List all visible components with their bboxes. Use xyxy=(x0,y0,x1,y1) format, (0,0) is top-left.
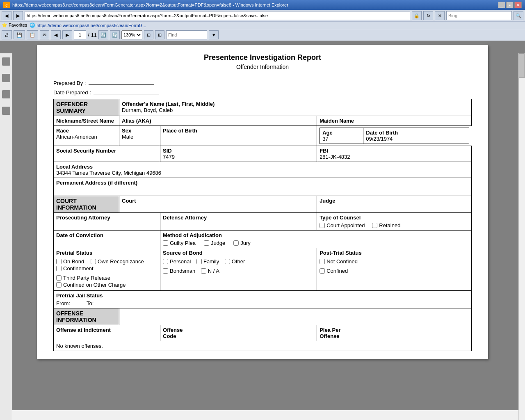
no-offenses-row: No known offenses. xyxy=(54,341,472,351)
alias-label: Alias (AKA) xyxy=(122,118,314,124)
refresh-button[interactable]: ↻ xyxy=(423,11,433,20)
sex-value: Male xyxy=(122,134,158,140)
permanent-address-cell: Permanent Address (if different) xyxy=(54,178,472,196)
source-row2: Bondsman N / A xyxy=(163,268,314,275)
alias-cell: Alias (AKA) xyxy=(119,116,317,126)
confined-other-checkbox[interactable] xyxy=(56,282,62,288)
fav1-label: https://demo.webcompas8.net/compas8clean… xyxy=(37,23,146,28)
sidebar-icon-4[interactable] xyxy=(2,107,10,115)
sidebar-left xyxy=(0,53,12,410)
report-title: Presentence Investigation Report xyxy=(53,53,472,62)
retained-checkbox[interactable] xyxy=(372,223,377,228)
other-checkbox[interactable] xyxy=(225,259,230,264)
search-button[interactable]: 🔍 xyxy=(514,11,523,20)
save-button[interactable]: 💾 xyxy=(14,30,25,39)
print-button[interactable]: 🖨 xyxy=(2,30,12,39)
lock-icon: 🔒 xyxy=(412,11,422,20)
next-page-button[interactable]: ▶ xyxy=(62,30,72,39)
maiden-label: Maiden Name xyxy=(320,118,469,124)
post-trial-row1: Not Confined xyxy=(320,258,469,265)
search-input[interactable] xyxy=(446,11,512,20)
sidebar-icon-1[interactable] xyxy=(2,57,10,66)
guilty-plea-checkbox[interactable] xyxy=(163,240,168,246)
sidebar-icon-3[interactable] xyxy=(2,90,10,98)
ssn-label: Social Security Number xyxy=(56,148,158,154)
stop-button[interactable]: ✕ xyxy=(435,11,445,20)
source-row1: Personal Family Other xyxy=(163,258,314,265)
confined-checkbox[interactable] xyxy=(320,268,325,274)
zoom-out-button[interactable]: 🔄 xyxy=(98,30,108,39)
pretrial-status-cell: Pretrial Status On Bond Own Recognizance xyxy=(54,248,160,291)
na-checkbox[interactable] xyxy=(201,268,206,274)
guilty-plea-option: Guilty Plea xyxy=(163,240,196,246)
jail-from-to: From: To: xyxy=(56,300,469,306)
adjudication-label: Method of Adjudication xyxy=(163,232,469,238)
age-cell: Age 37 xyxy=(320,128,363,144)
toolbar-row: 🖨 💾 📋 ✉ ◀ ▶ / 11 🔄 🔄 130% ⊡ ⊞ ▼ xyxy=(0,29,525,41)
family-checkbox[interactable] xyxy=(196,259,202,264)
offense-info-row: OFFENSE INFORMATION xyxy=(54,308,472,325)
no-offenses-value: No known offenses. xyxy=(56,343,103,349)
jail-status-row: Pretrial Jail Status From: To: xyxy=(54,291,472,308)
date-prepared-field[interactable] xyxy=(94,88,159,94)
ssn-cell: Social Security Number xyxy=(54,146,160,162)
page-input[interactable] xyxy=(74,30,86,39)
personal-checkbox[interactable] xyxy=(163,259,168,264)
age-dob-row: Age 37 Date of Birth 09/23/1974 xyxy=(320,128,469,144)
own-recognizance-checkbox[interactable] xyxy=(91,259,96,264)
find-input[interactable] xyxy=(166,30,207,39)
nickname-cell: Nickname/Street Name xyxy=(54,116,119,126)
confinement-label: Confinement xyxy=(63,265,94,272)
court-label: Court xyxy=(122,198,314,204)
offense-header-row: Offense at Indictment Offense Code Plea … xyxy=(54,325,472,341)
prev-page-button[interactable]: ◀ xyxy=(51,30,61,39)
minimize-button[interactable]: _ xyxy=(498,2,505,8)
bondsman-checkbox[interactable] xyxy=(163,268,168,274)
offense-info-header: OFFENSE INFORMATION xyxy=(54,308,119,325)
family-label: Family xyxy=(203,258,219,265)
not-confined-checkbox[interactable] xyxy=(320,259,325,264)
adjudication-cell: Method of Adjudication Guilty Plea Judge xyxy=(160,231,472,248)
post-trial-row2: Confined xyxy=(320,268,469,275)
court-appointed-checkbox[interactable] xyxy=(320,223,325,228)
sidebar-icon-2[interactable] xyxy=(2,74,10,82)
address-bar[interactable] xyxy=(25,11,410,20)
third-party-checkbox[interactable] xyxy=(56,275,62,281)
window-title: https://demo.webcompas8.net/compas8clean… xyxy=(12,2,288,7)
find-dropdown[interactable]: ▼ xyxy=(209,30,219,39)
counsel-cell: Type of Counsel Court Appointed Retained xyxy=(317,213,472,231)
confined-label: Confined xyxy=(326,268,348,274)
copy-button[interactable]: 📋 xyxy=(27,30,38,39)
email-button[interactable]: ✉ xyxy=(40,30,49,39)
fav1-link[interactable]: 🌐 https://demo.webcompas8.net/compas8cle… xyxy=(30,23,146,28)
jury-checkbox[interactable] xyxy=(233,240,239,246)
forward-button[interactable]: ▶ xyxy=(13,11,23,20)
judge-option: Judge xyxy=(204,240,225,246)
source-bond-cell: Source of Bond Personal Family xyxy=(160,248,317,291)
fit-button[interactable]: ⊡ xyxy=(144,30,153,39)
offense-indictment-label-cell: Offense at Indictment xyxy=(54,325,160,341)
on-bond-checkbox[interactable] xyxy=(56,259,62,264)
restore-button[interactable]: ▪ xyxy=(506,2,514,8)
close-button[interactable]: ✕ xyxy=(514,2,522,8)
actual-size-button[interactable]: ⊞ xyxy=(155,30,164,39)
pretrial-row2: Third Party Release Confined on Other Ch… xyxy=(56,275,158,289)
attorney-row: Prosecuting Attorney Defense Attorney Ty… xyxy=(54,213,472,231)
zoom-select[interactable]: 130% xyxy=(121,30,142,39)
judge-adj-checkbox[interactable] xyxy=(204,240,209,246)
fav1-icon: 🌐 xyxy=(30,23,35,28)
local-address-value: 34344 Tames Traverse City, Michigan 4968… xyxy=(56,170,469,176)
plea-per-offense-label: Plea Per Offense xyxy=(320,327,469,339)
offender-name-label: Offender's Name (Last, First, Middle) xyxy=(122,101,469,107)
jury-option: Jury xyxy=(233,240,251,246)
confinement-checkbox[interactable] xyxy=(56,266,62,271)
scrollbar-thumb[interactable] xyxy=(519,53,525,78)
prepared-by-field[interactable] xyxy=(89,78,154,85)
window-controls[interactable]: _ ▪ ✕ xyxy=(498,2,522,8)
back-button[interactable]: ◀ xyxy=(2,11,11,20)
bondsman-option: Bondsman xyxy=(163,268,195,274)
scrollbar-track[interactable] xyxy=(518,53,525,410)
zoom-in-button[interactable]: 🔄 xyxy=(110,30,120,39)
prosecuting-cell: Prosecuting Attorney xyxy=(54,213,160,231)
pretrial-row: Pretrial Status On Bond Own Recognizance xyxy=(54,248,472,291)
